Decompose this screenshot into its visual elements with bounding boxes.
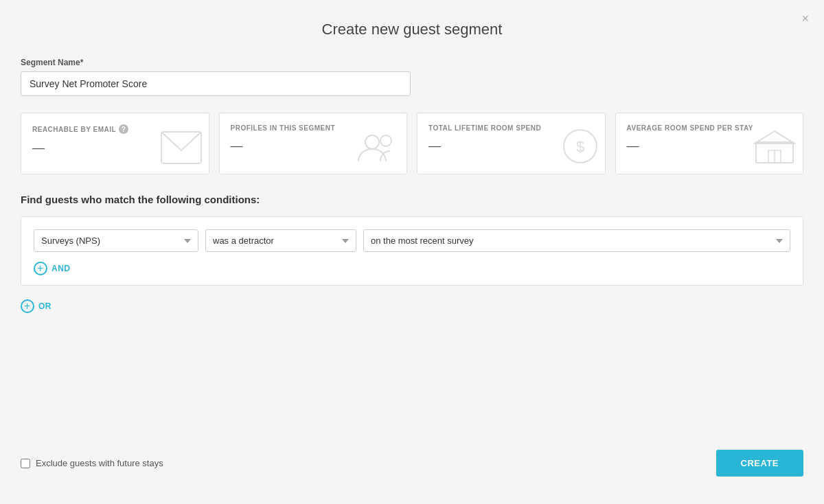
and-button[interactable]: + AND bbox=[34, 262, 71, 275]
stat-label-avg-spend: AVERAGE ROOM SPEND PER STAY bbox=[627, 124, 792, 132]
footer: Exclude guests with future stays CREATE bbox=[21, 429, 803, 477]
stat-card-lifetime: TOTAL LIFETIME ROOM SPEND — $ bbox=[417, 113, 606, 174]
modal-container: × Create new guest segment Segment Name*… bbox=[0, 0, 824, 504]
stat-label-profiles: PROFILES IN THIS SEGMENT bbox=[231, 124, 396, 132]
condition-row: Surveys (NPS) Room Spend Stays Demograph… bbox=[34, 229, 790, 252]
stat-label-reachable: REACHABLE BY EMAIL ? bbox=[32, 124, 198, 134]
and-label: AND bbox=[52, 264, 71, 273]
stat-value-profiles: — bbox=[231, 139, 396, 153]
stat-card-avg-spend: AVERAGE ROOM SPEND PER STAY — bbox=[615, 113, 804, 174]
exclude-text: Exclude guests with future stays bbox=[36, 458, 163, 468]
modal-title: Create new guest segment bbox=[21, 21, 803, 38]
condition-group: Surveys (NPS) Room Spend Stays Demograph… bbox=[21, 216, 803, 286]
conditions-title: Find guests who match the following cond… bbox=[21, 194, 803, 205]
stats-row: REACHABLE BY EMAIL ? — PROFILES IN THIS … bbox=[21, 113, 803, 174]
segment-name-input[interactable] bbox=[21, 71, 411, 96]
create-button[interactable]: CREATE bbox=[716, 450, 803, 477]
plus-circle-and: + bbox=[34, 262, 47, 275]
or-button[interactable]: + OR bbox=[21, 299, 52, 313]
stat-card-profiles: PROFILES IN THIS SEGMENT — bbox=[219, 113, 408, 174]
qualifier-select[interactable]: on the most recent survey on any survey … bbox=[363, 229, 790, 252]
condition-select[interactable]: was a detractor was a promoter was passi… bbox=[205, 229, 356, 252]
stat-value-avg-spend: — bbox=[627, 139, 792, 153]
segment-name-label: Segment Name* bbox=[21, 58, 803, 67]
info-icon-reachable[interactable]: ? bbox=[119, 124, 128, 134]
or-row: + OR bbox=[21, 299, 803, 313]
stat-value-lifetime: — bbox=[428, 139, 594, 153]
plus-circle-or: + bbox=[21, 299, 34, 313]
stat-value-reachable: — bbox=[32, 141, 198, 155]
category-select[interactable]: Surveys (NPS) Room Spend Stays Demograph… bbox=[34, 229, 198, 252]
stat-label-lifetime: TOTAL LIFETIME ROOM SPEND bbox=[428, 124, 594, 132]
stat-card-reachable: REACHABLE BY EMAIL ? — bbox=[21, 113, 209, 174]
exclude-label[interactable]: Exclude guests with future stays bbox=[21, 458, 163, 468]
close-button[interactable]: × bbox=[801, 12, 809, 25]
exclude-checkbox[interactable] bbox=[21, 459, 30, 468]
or-label: OR bbox=[38, 301, 52, 311]
